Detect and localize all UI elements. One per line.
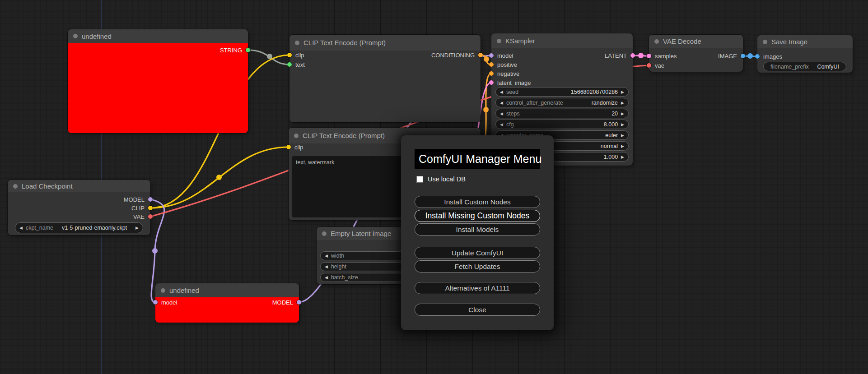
input-port-clip[interactable]: clip [286,143,303,151]
output-port-image[interactable]: IMAGE [718,52,745,60]
link-midpoint-dot[interactable] [484,56,489,62]
stepper-left-icon[interactable]: ◀ [325,264,328,269]
input-port-vae[interactable]: vae [647,62,664,69]
use-local-db-row[interactable]: Use local DB [416,175,466,183]
port-dot[interactable] [630,53,635,58]
stepper-right-icon[interactable]: ▶ [621,111,624,116]
port-dot[interactable] [478,53,483,57]
button-close[interactable]: Close [415,304,540,316]
dialog-title: ComfyUI Manager Menu [415,149,540,169]
port-dot[interactable] [755,54,760,59]
node-undefined-bottom[interactable]: undefined model MODEL [155,283,299,323]
stepper-left-icon[interactable]: ◀ [325,275,328,280]
node-title: KSampler [505,37,535,45]
widget-seed[interactable]: ◀ seed 156680208700286 ▶ [495,87,629,97]
node-collapse-dot[interactable] [763,40,767,44]
node-title: VAE Decode [663,37,701,45]
stepper-right-icon[interactable]: ▶ [621,144,624,148]
node-title: undefined [82,32,112,40]
stepper-right-icon[interactable]: ▶ [621,155,624,159]
link-midpoint-dot[interactable] [483,107,489,112]
comfyui-manager-dialog: ComfyUI Manager Menu Use local DB Instal… [401,135,554,330]
output-port-latent[interactable]: LATENT [605,52,635,59]
node-collapse-dot[interactable] [322,231,327,236]
port-dot[interactable] [647,54,651,58]
link-midpoint-dot[interactable] [152,248,158,254]
input-port-latent-image[interactable]: latent_image [489,79,531,86]
port-dot[interactable] [148,206,153,210]
port-dot[interactable] [287,53,292,57]
button-install-custom-nodes[interactable]: Install Custom Nodes [415,196,540,208]
node-collapse-dot[interactable] [294,134,299,138]
port-dot[interactable] [489,53,494,58]
button-install-missing-custom-nodes[interactable]: Install Missing Custom Nodes [415,210,540,222]
stepper-left-icon[interactable]: ◀ [500,122,503,127]
stepper-left-icon[interactable]: ◀ [500,90,503,94]
node-title: CLIP Text Encode (Prompt) [303,132,385,139]
node-collapse-dot[interactable] [161,288,165,293]
node-title: Empty Latent Image [331,230,391,237]
stepper-right-icon[interactable]: ▶ [621,101,624,105]
port-dot[interactable] [153,300,158,305]
stepper-left-icon[interactable]: ◀ [325,254,328,258]
port-dot[interactable] [741,54,745,58]
output-port-string[interactable]: STRING [220,46,250,54]
input-port-images[interactable]: images [755,53,782,60]
stepper-left-icon[interactable]: ◀ [500,111,503,116]
port-dot[interactable] [246,48,250,52]
stepper-right-icon[interactable]: ▶ [621,90,624,94]
widget-filename-prefix[interactable]: filename_prefix ComfyUI [763,62,846,71]
stepper-left-icon[interactable]: ◀ [500,101,503,105]
input-port-text[interactable]: text [287,61,305,68]
widget-ckpt-name[interactable]: ◀ ckpt_name v1-5-pruned-emaonly.ckpt ▶ [15,222,143,233]
port-dot[interactable] [287,62,292,67]
widget-control-after-generate[interactable]: ◀ control_after_generate randomize ▶ [495,98,629,107]
node-clip-text-encode-1[interactable]: CLIP Text Encode (Prompt) clip text COND… [289,35,481,122]
input-port-positive[interactable]: positive [489,61,517,68]
button-install-models[interactable]: Install Models [415,223,540,235]
port-dot[interactable] [148,197,153,202]
widget-steps[interactable]: ◀ steps 20 ▶ [495,109,629,118]
link-midpoint-dot[interactable] [216,175,222,180]
output-port-vae[interactable]: VAE [133,213,153,220]
node-collapse-dot[interactable] [295,41,299,45]
button-fetch-updates[interactable]: Fetch Updates [415,260,540,272]
node-collapse-dot[interactable] [13,184,18,189]
node-load-checkpoint[interactable]: Load Checkpoint MODEL CLIP VAE ◀ ckpt_na… [8,180,150,235]
node-save-image[interactable]: Save Image images filename_prefix ComfyU… [757,35,853,73]
input-port-clip[interactable]: clip [287,51,304,59]
use-local-db-checkbox[interactable] [416,176,423,183]
input-port-model[interactable]: model [489,52,513,59]
port-dot[interactable] [489,80,494,85]
node-collapse-dot[interactable] [654,39,659,44]
node-vae-decode[interactable]: VAE Decode samples vae IMAGE [649,35,743,72]
node-undefined-top[interactable]: undefined STRING [68,29,248,133]
output-port-conditioning[interactable]: CONDITIONING [431,51,483,59]
widget-cfg[interactable]: ◀ cfg 8.000 ▶ [495,120,629,129]
port-dot[interactable] [489,71,494,76]
output-port-model[interactable]: MODEL [124,196,153,203]
link-midpoint-dot[interactable] [638,53,644,58]
port-dot[interactable] [286,145,291,149]
button-alternatives-a1111[interactable]: Alternatives of A1111 [415,282,540,294]
input-port-model[interactable]: model [153,299,177,306]
node-collapse-dot[interactable] [73,34,78,38]
node-title: undefined [169,286,199,294]
stepper-left-icon[interactable]: ◀ [19,226,23,230]
link-midpoint-dot[interactable] [267,54,272,59]
stepper-right-icon[interactable]: ▶ [621,133,624,138]
link-midpoint-dot[interactable] [747,53,753,59]
output-port-clip[interactable]: CLIP [131,204,153,212]
port-dot[interactable] [489,62,494,67]
port-dot[interactable] [148,214,153,219]
stepper-right-icon[interactable]: ▶ [621,122,624,127]
output-port-model[interactable]: MODEL [272,299,301,306]
node-collapse-dot[interactable] [497,39,501,43]
input-port-negative[interactable]: negative [489,70,519,77]
node-title: CLIP Text Encode (Prompt) [303,39,386,46]
port-dot[interactable] [297,300,301,305]
stepper-right-icon[interactable]: ▶ [135,226,139,230]
input-port-samples[interactable]: samples [647,52,677,60]
button-update-comfyui[interactable]: Update ComfyUI [415,247,540,259]
port-dot[interactable] [647,63,651,68]
